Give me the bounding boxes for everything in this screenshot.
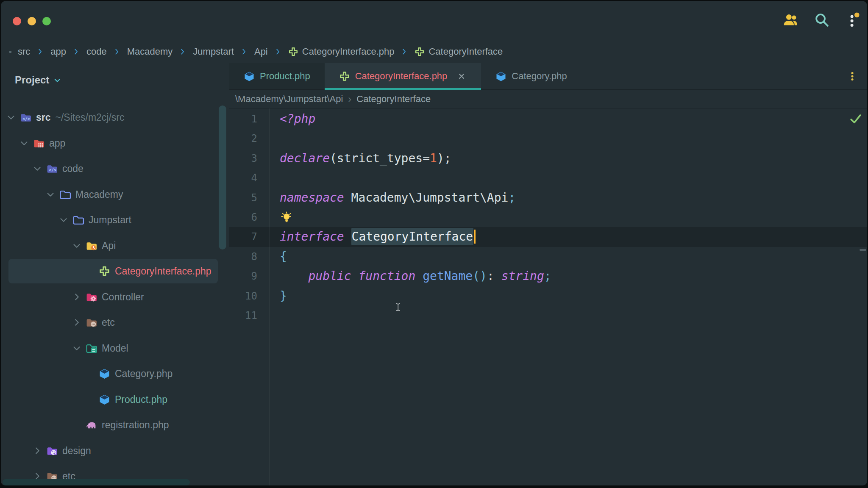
tree-item-category-php[interactable]: Category.php xyxy=(1,361,229,386)
ide-window: srcappcodeMacademyJumpstartApiCategoryIn… xyxy=(1,1,867,485)
close-button[interactable] xyxy=(13,17,21,25)
code-line-10[interactable]: } xyxy=(280,286,867,306)
line-number[interactable]: 4 xyxy=(229,168,269,188)
chevron-down-icon[interactable] xyxy=(58,215,69,225)
token-brace: () xyxy=(473,269,487,283)
folder-model-icon xyxy=(86,342,97,354)
tree-item-controller[interactable]: Controller xyxy=(1,284,229,310)
tree-item-etc[interactable]: etc xyxy=(1,310,229,335)
text-caret xyxy=(474,230,476,244)
tree-item-label: Macademy xyxy=(75,189,123,200)
code-line-3[interactable]: declare(strict_types=1); xyxy=(280,149,867,168)
tab-category-php[interactable]: Category.php xyxy=(481,63,581,89)
more-menu-icon[interactable] xyxy=(845,12,861,28)
token-plain xyxy=(280,269,308,283)
project-view-switcher[interactable]: Project xyxy=(15,74,62,86)
line-number[interactable]: 5 xyxy=(229,188,269,208)
navigation-breadcrumb: srcappcodeMacademyJumpstartApiCategoryIn… xyxy=(1,41,867,63)
breadcrumb-item-code[interactable]: code xyxy=(86,46,107,57)
php-icon xyxy=(86,419,97,431)
tree-item-api[interactable]: Api xyxy=(1,233,229,258)
tree-item-model[interactable]: Model xyxy=(1,336,229,361)
breadcrumb-label: Macademy xyxy=(127,46,173,57)
breadcrumb-namespace[interactable]: \Macademy\Jumpstart\Api xyxy=(235,94,343,105)
breadcrumb-item-macademy[interactable]: Macademy xyxy=(127,46,173,57)
interface-icon xyxy=(415,47,425,57)
tree-item-registration-php[interactable]: registration.php xyxy=(1,412,229,438)
code-line-9[interactable]: public function getName(): string; xyxy=(280,266,867,286)
token-semi: ; xyxy=(508,191,515,205)
code-line-6[interactable] xyxy=(280,208,867,227)
line-number[interactable]: 10 xyxy=(229,286,269,306)
token-kw: interface xyxy=(280,230,344,244)
line-number[interactable]: 2 xyxy=(229,129,269,148)
intention-bulb-icon[interactable] xyxy=(280,211,292,224)
code-line-7[interactable]: interface CategoryInterface xyxy=(280,227,867,247)
search-everywhere-icon[interactable] xyxy=(814,12,830,28)
svg-text:</>: </> xyxy=(49,168,56,172)
token-brace: { xyxy=(280,250,287,263)
sidebar-vertical-scrollbar[interactable] xyxy=(219,105,226,250)
class-icon xyxy=(495,71,506,82)
code-line-2[interactable] xyxy=(280,129,867,148)
chevron-right-icon[interactable] xyxy=(32,446,42,456)
tree-item-label: src~/Sites/m2cj/src xyxy=(36,112,125,123)
code-editor[interactable]: 1234567891011 <?phpdeclare(strict_types=… xyxy=(229,108,867,485)
tree-item-code[interactable]: </>code xyxy=(1,156,229,181)
chevron-down-icon[interactable] xyxy=(45,189,56,200)
tree-item-design[interactable]: design xyxy=(1,438,229,463)
code-line-5[interactable]: namespace Macademy\Jumpstart\Api; xyxy=(280,188,867,208)
code-line-1[interactable]: <?php xyxy=(280,109,867,129)
tree-item-src[interactable]: </>src~/Sites/m2cj/src xyxy=(1,105,229,130)
breadcrumb-item-app[interactable]: app xyxy=(50,46,66,57)
line-number[interactable]: 1 xyxy=(229,109,269,129)
line-number[interactable]: 9 xyxy=(229,266,269,286)
tree-item-label: CategoryInterface.php xyxy=(115,266,211,277)
close-tab-icon[interactable] xyxy=(456,71,467,81)
chevron-right-icon[interactable] xyxy=(72,292,82,302)
tree-item-jumpstart[interactable]: Jumpstart xyxy=(1,207,229,233)
chevron-down-icon[interactable] xyxy=(19,138,29,148)
line-number[interactable]: 7 xyxy=(229,227,269,247)
tab-product-php[interactable]: Product.php xyxy=(229,63,325,89)
line-number[interactable]: 11 xyxy=(229,306,269,325)
minimize-button[interactable] xyxy=(28,17,36,25)
chevron-right-icon xyxy=(274,48,282,55)
tree-item-product-php[interactable]: Product.php xyxy=(1,387,229,412)
token-identhl: CategoryInterface xyxy=(351,228,474,245)
breadcrumb-label: src xyxy=(18,46,30,57)
line-number[interactable]: 8 xyxy=(229,247,269,266)
editor-breadcrumb: \Macademy\Jumpstart\Api › CategoryInterf… xyxy=(229,90,867,108)
line-number[interactable]: 6 xyxy=(229,208,269,227)
tree-item-app[interactable]: app xyxy=(1,130,229,156)
sidebar-horizontal-scrollbar[interactable] xyxy=(3,479,190,485)
tab-list-menu-icon[interactable] xyxy=(847,69,858,83)
code-line-11[interactable] xyxy=(280,306,867,325)
chevron-right-icon[interactable] xyxy=(72,317,82,327)
code-line-4[interactable] xyxy=(280,168,867,188)
chevron-down-icon[interactable] xyxy=(32,164,42,174)
code-line-8[interactable]: { xyxy=(280,247,867,266)
code-with-me-users-icon[interactable] xyxy=(782,12,798,28)
zoom-button[interactable] xyxy=(42,17,51,25)
tree-item-macademy[interactable]: Macademy xyxy=(1,182,229,207)
breadcrumb-item-jumpstart[interactable]: Jumpstart xyxy=(193,46,234,57)
chevron-right-icon xyxy=(179,48,186,55)
breadcrumb-item-api[interactable]: Api xyxy=(254,46,268,57)
breadcrumb-item-src[interactable]: src xyxy=(18,46,30,57)
tab-categoryinterface-php[interactable]: CategoryInterface.php xyxy=(325,63,481,89)
breadcrumb-item-categoryinterface[interactable]: CategoryInterface xyxy=(415,46,503,57)
chevron-down-icon[interactable] xyxy=(6,112,16,122)
tree-item-categoryinterface-php[interactable]: CategoryInterface.php xyxy=(1,258,229,284)
line-number[interactable]: 3 xyxy=(229,149,269,168)
folder-app-icon xyxy=(33,137,45,149)
token-plain xyxy=(415,269,423,283)
tree-item-label: Model xyxy=(102,342,128,354)
breadcrumb-item-categoryinterface-php[interactable]: CategoryInterface.php xyxy=(288,46,395,57)
chevron-down-icon[interactable] xyxy=(72,343,82,353)
tree-item-label: Category.php xyxy=(115,368,172,380)
inspections-ok-icon[interactable] xyxy=(849,112,862,125)
chevron-right-icon xyxy=(36,48,44,55)
chevron-down-icon[interactable] xyxy=(72,241,82,251)
breadcrumb-class[interactable]: CategoryInterface xyxy=(356,94,431,105)
